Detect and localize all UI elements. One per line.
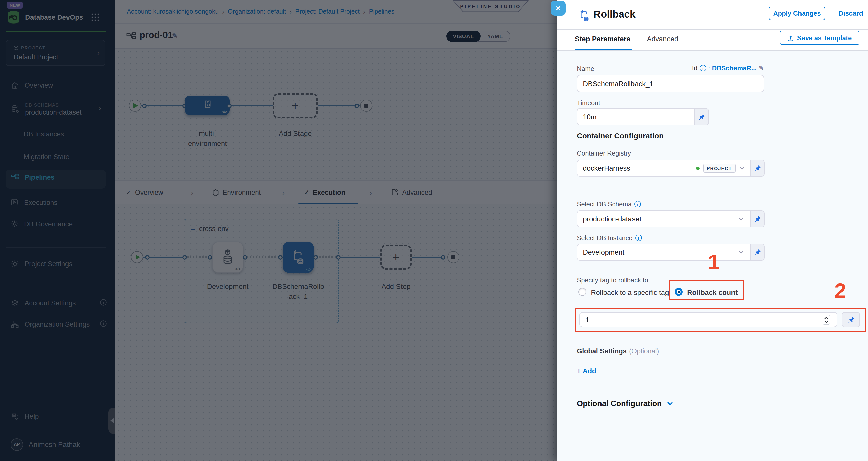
modal-dim-overlay	[0, 0, 557, 461]
drawer-divider	[557, 29, 868, 30]
container-registry-label: Container Registry	[577, 150, 631, 157]
container-configuration-heading: Container Configuration	[577, 131, 664, 140]
pin-runtime-input-button[interactable]	[842, 312, 860, 327]
timeout-field: 10m	[577, 108, 709, 125]
thumbtack-icon	[847, 316, 855, 323]
id-value: DBSchemaR...	[712, 64, 757, 72]
rollback-icon	[578, 9, 590, 22]
container-registry-select[interactable]: dockerHarness PROJECT	[577, 160, 751, 177]
thumbtack-icon	[698, 113, 705, 121]
info-icon[interactable]: i	[635, 234, 642, 241]
db-schema-field: production-dataset	[577, 210, 765, 228]
thumbtack-icon	[754, 215, 761, 223]
scope-badge: PROJECT	[703, 164, 736, 173]
chevron-down-icon	[738, 249, 744, 255]
db-instance-field: Development	[577, 243, 765, 261]
apply-changes-button[interactable]: Apply Changes	[769, 6, 825, 20]
db-schema-label: Select DB Schemai	[577, 200, 641, 208]
drawer-title: Rollback	[593, 8, 636, 20]
thumbtack-icon	[754, 164, 761, 172]
specify-tag-label: Specify tag to rollback to	[577, 276, 648, 284]
db-instance-label: Select DB Instancei	[577, 234, 642, 241]
number-stepper[interactable]	[823, 315, 830, 325]
id-label: Id	[692, 64, 698, 72]
pin-runtime-input-button[interactable]	[751, 210, 765, 228]
connectivity-status-dot	[696, 166, 700, 170]
radio-specific-tag[interactable]	[578, 288, 586, 296]
annotation-number-2: 2	[834, 280, 846, 301]
id-row: Id i : DBSchemaR... ✎	[678, 64, 764, 72]
annotation-number-1: 1	[708, 252, 720, 273]
edit-id-pencil-icon[interactable]: ✎	[759, 64, 764, 72]
save-as-template-button[interactable]: Save as Template	[780, 31, 860, 45]
global-settings-heading: Global Settings (Optional)	[577, 347, 659, 355]
drawer-divider	[557, 50, 868, 51]
timeout-input[interactable]: 10m	[577, 108, 695, 125]
name-label: Name	[577, 65, 594, 72]
container-registry-field: dockerHarness PROJECT	[577, 160, 765, 177]
chevron-down-icon	[738, 216, 744, 222]
discard-button[interactable]: Discard	[838, 9, 863, 17]
radio-specific-tag-label[interactable]: Rollback to a specific tag	[591, 288, 669, 296]
chevron-down-icon	[666, 400, 674, 407]
info-icon[interactable]: i	[634, 201, 641, 207]
tab-advanced[interactable]: Advanced	[647, 35, 678, 43]
close-drawer-button[interactable]: ✕	[551, 0, 566, 15]
optional-configuration-toggle[interactable]: Optional Configuration	[577, 399, 674, 408]
timeout-label: Timeout	[577, 99, 600, 107]
optional-suffix: (Optional)	[629, 347, 659, 355]
annotation-box-1	[669, 280, 744, 300]
pin-runtime-input-button[interactable]	[751, 243, 765, 261]
rollback-step-drawer: Rollback Apply Changes Discard Step Para…	[557, 0, 868, 461]
pin-runtime-input-button[interactable]	[751, 160, 765, 177]
name-input[interactable]	[577, 75, 764, 92]
thumbtack-icon	[754, 249, 761, 256]
tab-step-parameters[interactable]: Step Parameters	[575, 35, 630, 43]
db-instance-select[interactable]: Development	[577, 243, 751, 261]
id-colon: :	[708, 64, 710, 72]
db-schema-select[interactable]: production-dataset	[577, 210, 751, 228]
upload-icon	[788, 34, 794, 41]
pin-runtime-input-button[interactable]	[695, 108, 709, 125]
app-window: NEW Database DevOps PROJECT Default Proj…	[0, 0, 868, 461]
rollback-count-input[interactable]	[579, 312, 837, 327]
info-icon[interactable]: i	[700, 65, 706, 71]
add-global-setting-link[interactable]: + Add	[577, 367, 596, 375]
chevron-down-icon[interactable]	[739, 165, 745, 171]
